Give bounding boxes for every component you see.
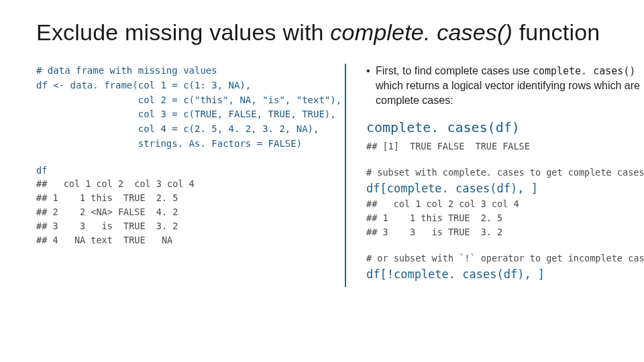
right-column: First, to find complete cases use comple… — [345, 64, 644, 287]
df-table-output: ## col 1 col 2 col 3 col 4 ## 1 1 this T… — [36, 178, 195, 245]
title-pre: Exclude missing values with — [36, 19, 330, 45]
df-print-code: df ## col 1 col 2 col 3 col 4 ## 1 1 thi… — [36, 164, 331, 248]
subset-output: ## col 1 col 2 col 3 col 4 ## 1 1 this T… — [366, 198, 519, 237]
right-body: First, to find complete cases use comple… — [362, 64, 644, 283]
inverse-call: df[!complete. cases(df), ] — [366, 267, 545, 281]
slide: Exclude missing values with complete. ca… — [0, 0, 644, 362]
cc-out: ## [1] TRUE FALSE TRUE FALSE — [366, 141, 530, 152]
df-create-code: # data frame with missing values df <- d… — [36, 64, 331, 151]
completecases-output: ## [1] TRUE FALSE TRUE FALSE — [366, 139, 644, 154]
two-column-body: # data frame with missing values df <- d… — [36, 64, 608, 287]
completecases-call: complete. cases(df) — [366, 119, 644, 135]
subset-block: # subset with complete. cases to get com… — [366, 166, 644, 239]
bullet-text-a: First, to find complete cases use — [376, 65, 533, 76]
title-post: function — [519, 19, 600, 45]
title-fn: complete. cases() — [330, 19, 519, 45]
bullet-text-b: which returns a logical vector identifyi… — [376, 80, 640, 106]
code-body: df <- data. frame(col 1 = c(1: 3, NA), c… — [36, 80, 341, 149]
left-column: # data frame with missing values df <- d… — [36, 64, 345, 287]
code-comment: # data frame with missing values — [36, 65, 217, 76]
subset-comment: # subset with complete. cases to get com… — [366, 167, 644, 178]
slide-title: Exclude missing values with complete. ca… — [36, 20, 608, 45]
bullet-explain: First, to find complete cases use comple… — [366, 64, 644, 107]
subset-call: df[complete. cases(df), ] — [366, 182, 538, 195]
inverse-comment: # or subset with `!` operator to get inc… — [366, 253, 644, 263]
inverse-block: # or subset with `!` operator to get inc… — [366, 251, 644, 283]
df-echo: df — [36, 165, 47, 176]
inline-code-completecases: complete. cases() — [533, 65, 636, 77]
